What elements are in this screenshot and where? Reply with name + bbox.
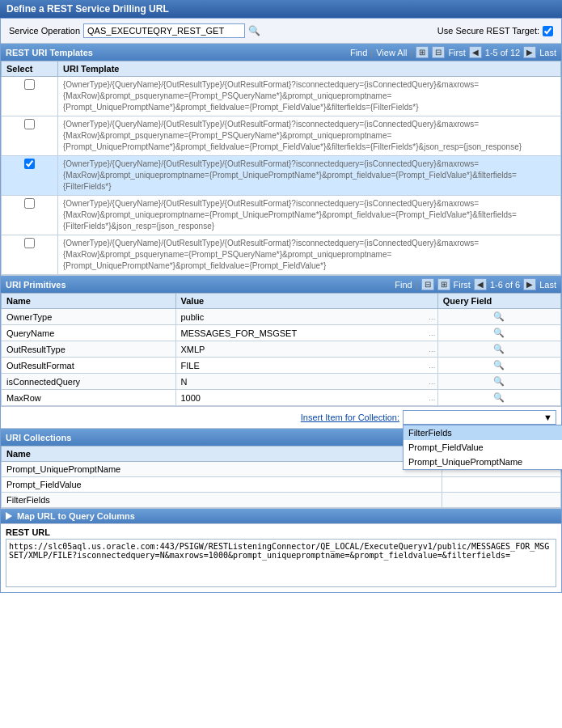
coll-name: Prompt_FieldValue (2, 477, 442, 493)
rest-url-label: REST URL (6, 527, 556, 537)
prim-query-icon[interactable]: 🔍 (437, 325, 560, 341)
list-item: QueryName MESSAGES_FOR_MSGSET… 🔍 (2, 325, 561, 341)
uri-row-checkbox[interactable] (24, 79, 35, 90)
prim-first-label: First (454, 280, 471, 290)
map-section[interactable]: Map URL to Query Columns (1, 509, 561, 524)
prim-value-dots[interactable]: … (429, 394, 436, 402)
dropdown-option-promptfieldvalue[interactable]: Prompt_FieldValue (404, 440, 562, 455)
prim-value: 1000… (175, 390, 437, 406)
prim-col-name: Name (2, 294, 176, 309)
list-item: Prompt_FieldValue (2, 477, 561, 493)
uri-templates-section: REST URI Templates Find | View All | ⊞ ⊟… (1, 44, 561, 276)
uri-last-label: Last (539, 48, 556, 57)
uri-templates-icon-btn1[interactable]: ⊞ (416, 46, 429, 58)
uri-row-checkbox-cell (2, 77, 58, 116)
prim-query-icon[interactable]: 🔍 (437, 390, 560, 406)
coll-name: FilterFields (2, 493, 442, 508)
prim-query-icon[interactable]: 🔍 (437, 309, 560, 325)
map-section-label: Map URL to Query Columns (17, 511, 135, 521)
rest-url-textarea[interactable]: https://slc05aql.us.oracle.com:443/PSIGW… (6, 539, 556, 587)
prim-query-icon[interactable]: 🔍 (437, 341, 560, 358)
uri-templates-nav: Find | View All | ⊞ ⊟ First ◀ 1-5 of 12 … (350, 46, 556, 58)
prim-next-btn[interactable]: ▶ (523, 278, 536, 290)
dropdown-option-promptuniquepromptname[interactable]: Prompt_UniquePromptName (404, 455, 562, 469)
prim-value: MESSAGES_FOR_MSGSET… (175, 325, 437, 341)
uri-row-checkbox-cell (2, 235, 58, 275)
secure-rest-checkbox[interactable] (543, 26, 553, 36)
prim-prev-btn[interactable]: ◀ (474, 278, 487, 290)
uri-collections-label: URI Collections (6, 433, 71, 442)
prim-query-icon[interactable]: 🔍 (437, 374, 560, 390)
insert-item-label[interactable]: Insert Item for Collection: (301, 413, 399, 422)
uri-templates-icon-btn2[interactable]: ⊟ (432, 46, 445, 58)
uri-row-checkbox[interactable] (24, 119, 35, 129)
prim-find-link[interactable]: Find (395, 280, 412, 290)
uri-row-text: {OwnerType}/{QueryName}/{OutResultType}/… (58, 156, 561, 196)
prim-page-range: 1-6 of 6 (490, 280, 520, 290)
prim-name: OutResultType (2, 341, 176, 358)
prim-name: OwnerType (2, 309, 176, 325)
coll-name: Prompt_UniquePromptName (2, 462, 442, 477)
list-item: isConnectedQuery N… 🔍 (2, 374, 561, 390)
prim-value-dots[interactable]: … (429, 313, 436, 321)
uri-next-btn[interactable]: ▶ (523, 46, 536, 58)
uri-row-checkbox[interactable] (24, 238, 35, 248)
insert-dropdown-container: ▼ FilterFields Prompt_FieldValue Prompt_… (403, 410, 556, 425)
prim-query-icon[interactable]: 🔍 (437, 358, 560, 374)
prim-value: XMLP… (175, 341, 437, 358)
service-op-input[interactable] (83, 23, 245, 38)
uri-templates-label: REST URI Templates (6, 48, 93, 57)
uri-find-link[interactable]: Find (350, 48, 367, 57)
prim-value-dots[interactable]: … (429, 378, 436, 386)
table-row: {OwnerType}/{QueryName}/{OutResultType}/… (2, 235, 561, 275)
dropdown-option-filterfields[interactable]: FilterFields (404, 425, 562, 440)
table-row: {OwnerType}/{QueryName}/{OutResultType}/… (2, 156, 561, 196)
list-item: FilterFields (2, 493, 561, 508)
coll-value (442, 493, 560, 508)
prim-grid-btn[interactable]: ⊞ (437, 278, 450, 290)
service-op-left: Service Operation 🔍 (9, 23, 260, 38)
uri-row-checkbox[interactable] (24, 159, 35, 169)
uri-view-all-link[interactable]: View All (376, 48, 407, 57)
service-op-search-button[interactable]: 🔍 (248, 25, 260, 36)
uri-primitives-nav: Find | ⊟ ⊞ First ◀ 1-6 of 6 ▶ Last (395, 278, 556, 290)
prim-value: FILE… (175, 358, 437, 374)
uri-primitives-table: Name Value Query Field OwnerType public…… (1, 293, 561, 406)
uri-primitives-label: URI Primitives (6, 280, 66, 290)
list-item: MaxRow 1000… 🔍 (2, 390, 561, 406)
coll-col-name: Name (2, 447, 442, 462)
prim-icon-btn[interactable]: ⊟ (421, 278, 434, 290)
table-row: {OwnerType}/{QueryName}/{OutResultType}/… (2, 77, 561, 116)
prim-col-query: Query Field (437, 294, 560, 309)
prim-col-value: Value (175, 294, 437, 309)
dropdown-arrow-icon: ▼ (543, 413, 552, 422)
uri-row-checkbox-cell (2, 196, 58, 235)
prim-name: QueryName (2, 325, 176, 341)
uri-prev-btn[interactable]: ◀ (469, 46, 482, 58)
insert-dropdown-list: FilterFields Prompt_FieldValue Prompt_Un… (403, 425, 562, 470)
uri-row-checkbox[interactable] (24, 198, 35, 209)
insert-dropdown-button[interactable]: ▼ (403, 410, 556, 425)
table-row: {OwnerType}/{QueryName}/{OutResultType}/… (2, 116, 561, 156)
secure-rest-label: Use Secure REST Target: (437, 26, 539, 36)
uri-col-template: URI Template (58, 61, 561, 77)
service-op-label: Service Operation (9, 26, 80, 36)
prim-name: isConnectedQuery (2, 374, 176, 390)
uri-col-select: Select (2, 61, 58, 77)
service-operation-row: Service Operation 🔍 Use Secure REST Targ… (1, 19, 561, 44)
uri-row-checkbox-cell (2, 116, 58, 156)
rest-url-section: REST URL https://slc05aql.us.oracle.com:… (1, 524, 561, 592)
prim-value-dots[interactable]: … (429, 329, 436, 337)
uri-first-label: First (448, 48, 465, 57)
uri-primitives-section: URI Primitives Find | ⊟ ⊞ First ◀ 1-6 of… (1, 276, 561, 407)
prim-name: OutResultFormat (2, 358, 176, 374)
uri-row-checkbox-cell (2, 156, 58, 196)
title-bar: Define a REST Service Drilling URL (0, 0, 562, 18)
uri-row-text: {OwnerType}/{QueryName}/{OutResultType}/… (58, 116, 561, 156)
list-item: OutResultType XMLP… 🔍 (2, 341, 561, 358)
uri-row-text: {OwnerType}/{QueryName}/{OutResultType}/… (58, 196, 561, 235)
prim-value-dots[interactable]: … (429, 345, 436, 353)
list-item: OutResultFormat FILE… 🔍 (2, 358, 561, 374)
prim-value-dots[interactable]: … (429, 362, 436, 370)
uri-page-range: 1-5 of 12 (485, 48, 520, 57)
